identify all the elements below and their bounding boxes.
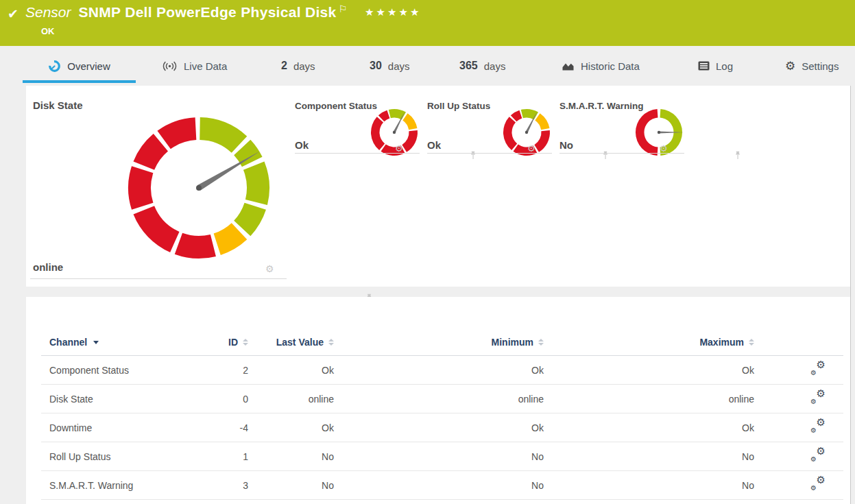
cell-last-value: Ok (248, 422, 334, 433)
column-header-minimum[interactable]: Minimum (334, 335, 544, 348)
tile-gear-icon[interactable]: ⚙ (527, 144, 535, 153)
cell-id: 1 (214, 451, 248, 462)
cell-channel: Roll Up Status (41, 451, 214, 462)
cell-minimum: No (334, 480, 544, 491)
table-header-row: Channel ID Last Value Minimum Maximum (41, 335, 843, 356)
tile-divider (427, 153, 552, 154)
tab-label: Log (716, 60, 733, 72)
tab-label: Settings (802, 60, 839, 72)
tab-2-days[interactable]: 2 days (281, 46, 315, 86)
table-row: Component Status 2 Ok Ok Ok ⚙⚙ (41, 356, 843, 385)
gear-icon: ⚙ (785, 60, 795, 72)
table-row: Disk State 0 online online online ⚙⚙ (41, 385, 843, 413)
cell-channel: S.M.A.R.T. Warning (41, 480, 214, 491)
cell-last-value: No (248, 451, 334, 462)
priority-stars[interactable]: ★★★★★ (365, 4, 421, 19)
tile-gear-icon[interactable]: ⚙ (265, 264, 274, 274)
tab-historic-data[interactable]: Historic Data (562, 46, 640, 86)
cell-last-value: No (248, 480, 334, 491)
column-header-maximum[interactable]: Maximum (544, 335, 754, 348)
tab-overview[interactable]: Overview (23, 46, 136, 86)
cell-channel: Downtime (41, 422, 214, 433)
cell-last-value: online (248, 394, 334, 405)
sort-desc-icon (93, 341, 99, 344)
tab-number: 2 (281, 60, 287, 72)
channel-settings-icon[interactable]: ⚙⚙ (810, 363, 826, 375)
tab-30-days[interactable]: 30 days (370, 46, 409, 86)
tile-value: Ok (427, 139, 441, 151)
channel-table: Channel ID Last Value Minimum Maximum (41, 335, 843, 500)
tab-bar: Overview Live Data 2 days 30 days 365 da… (0, 46, 855, 86)
object-type-label: Sensor (25, 4, 71, 21)
table-row: S.M.A.R.T. Warning 3 No No No ⚙⚙ (41, 471, 843, 500)
sensor-status-text: OK (41, 26, 55, 36)
tab-365-days[interactable]: 365 days (459, 46, 505, 86)
column-header-last-value[interactable]: Last Value (248, 335, 334, 348)
cell-minimum: No (334, 451, 544, 462)
tab-number: 30 (370, 60, 382, 72)
tile-divider (30, 278, 287, 279)
cell-channel: Component Status (41, 365, 214, 376)
tab-live-data[interactable]: Live Data (162, 46, 227, 86)
scrollbar-track[interactable] (850, 86, 855, 504)
smart-warning-gauge (634, 108, 684, 157)
disk-state-gauge (126, 115, 272, 261)
tile-title: S.M.A.R.T. Warning (559, 101, 644, 111)
tab-label: Historic Data (581, 60, 640, 72)
gauge-tile-roll-up-status: Roll Up Status Ok ⚙ (427, 101, 552, 158)
cell-maximum: No (544, 451, 754, 462)
cell-minimum: Ok (334, 365, 544, 376)
pin-icon[interactable] (734, 151, 741, 160)
tab-settings[interactable]: ⚙ Settings (785, 46, 839, 86)
tab-label: days (484, 60, 506, 72)
cell-id: 0 (214, 394, 248, 405)
tile-divider (295, 153, 420, 154)
column-header-id[interactable]: ID (214, 335, 248, 348)
channel-settings-icon[interactable]: ⚙⚙ (810, 420, 826, 433)
gauge-tile-component-status: Component Status Ok ⚙ (295, 101, 420, 158)
tile-gear-icon[interactable]: ⚙ (660, 144, 668, 153)
gauge-icon (48, 60, 61, 73)
status-check-icon: ✔ (8, 6, 19, 21)
priority-flag-icon[interactable]: ⚐ (339, 3, 348, 14)
cell-id: 2 (214, 365, 248, 376)
channel-settings-icon[interactable]: ⚙⚙ (810, 392, 826, 404)
area-chart-icon (562, 61, 575, 71)
sensor-title: SNMP Dell PowerEdge Physical Disk (79, 4, 337, 21)
sensor-header: ✔ Sensor SNMP Dell PowerEdge Physical Di… (0, 0, 855, 46)
channel-settings-icon[interactable]: ⚙⚙ (810, 449, 826, 461)
cell-maximum: No (544, 480, 754, 491)
sort-icon (328, 339, 334, 346)
tab-label: days (293, 60, 315, 72)
cell-channel: Disk State (41, 394, 214, 405)
tile-title: Roll Up Status (427, 101, 490, 111)
roll-up-status-gauge (502, 108, 551, 157)
channel-table-panel: Channel ID Last Value Minimum Maximum (26, 297, 850, 504)
tab-label: Live Data (184, 60, 227, 72)
tile-value: No (559, 139, 573, 151)
sort-icon (749, 339, 754, 346)
gauge-tile-smart-warning: S.M.A.R.T. Warning No ⚙ (559, 101, 684, 158)
tab-number: 365 (459, 60, 478, 72)
cell-id: -4 (214, 422, 248, 433)
tile-divider (559, 153, 684, 154)
prtg-sensor-page: { "icons": { "check": "✔", "flag": "⚐", … (0, 0, 855, 504)
tab-log[interactable]: Log (698, 46, 733, 86)
sort-icon (538, 339, 544, 346)
tile-title: Disk State (33, 99, 83, 111)
cell-last-value: Ok (248, 365, 334, 376)
table-row: Roll Up Status 1 No No No ⚙⚙ (41, 442, 843, 471)
gauge-tile-disk-state: Disk State online ⚙ (26, 86, 291, 287)
cell-maximum: Ok (544, 422, 754, 433)
tab-label: Overview (67, 60, 110, 72)
channel-settings-icon[interactable]: ⚙⚙ (810, 478, 826, 490)
component-status-gauge (370, 108, 419, 157)
tab-label: days (388, 60, 410, 72)
table-row: Downtime -4 Ok Ok Ok ⚙⚙ (41, 413, 843, 442)
channel-table-body: Component Status 2 Ok Ok Ok ⚙⚙ Disk Stat… (41, 356, 843, 500)
tile-gear-icon[interactable]: ⚙ (395, 144, 403, 153)
tile-value: Ok (295, 139, 309, 151)
column-header-channel[interactable]: Channel (41, 335, 214, 348)
gauges-panel: Disk State online ⚙ Component Status Ok … (26, 86, 850, 287)
sort-icon (243, 339, 248, 346)
